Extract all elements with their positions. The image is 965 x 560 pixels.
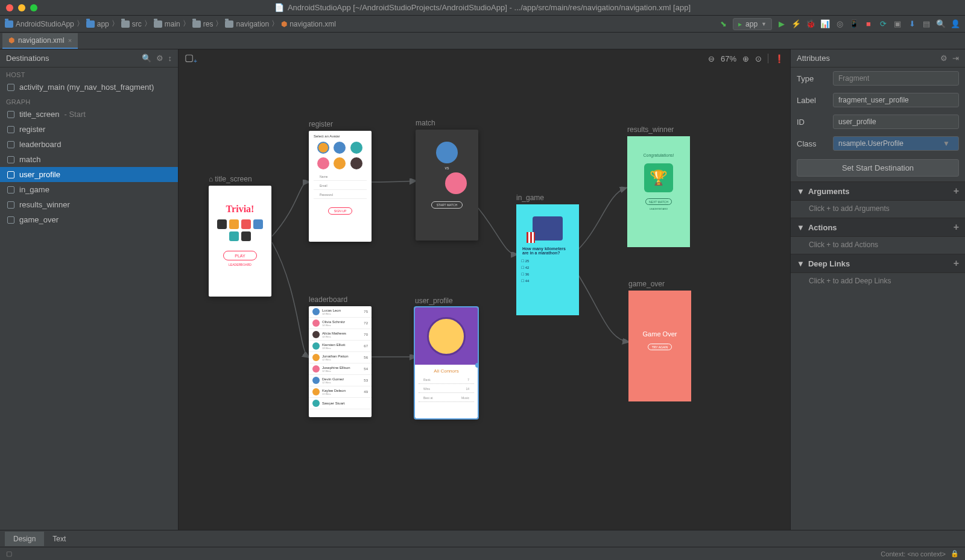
- add-deeplink-icon[interactable]: +: [954, 258, 959, 269]
- label-field[interactable]: [833, 93, 959, 107]
- node-leaderboard[interactable]: leaderboard Lucas Leon14 Wins75Olivia Sc…: [309, 295, 372, 417]
- class-dropdown[interactable]: nsample.UserProfile▼: [833, 136, 959, 151]
- navigation-canvas[interactable]: ▢+ ⊖ 67% ⊕ ⊙ ❗ ⌂title_screen: [179, 49, 790, 530]
- crumb-file[interactable]: ⬢ navigation.xml: [281, 20, 336, 28]
- label-label: Label: [797, 96, 827, 105]
- actions-section[interactable]: ▼Actions+: [791, 218, 965, 237]
- action-handle[interactable]: [475, 363, 478, 368]
- statusbar: ▢ Context: <no context> 🔒: [0, 547, 965, 560]
- zoom-in-icon[interactable]: ⊕: [742, 54, 749, 63]
- navigation-toolbar: AndroidStudioApp〉 app〉 src〉 main〉 res〉 n…: [0, 16, 965, 33]
- add-action-icon[interactable]: +: [954, 222, 959, 233]
- type-label: Type: [797, 74, 827, 83]
- node-register[interactable]: register Select an Avatar Name Email Pas…: [309, 120, 372, 242]
- attributes-panel: Attributes ⚙ ⇥ Type Fragment Label ID Cl…: [790, 49, 965, 530]
- add-argument-icon[interactable]: +: [954, 186, 959, 197]
- device-icon[interactable]: 📱: [849, 19, 859, 29]
- node-in-game[interactable]: in_game How many kilometers are in a mar…: [516, 193, 579, 315]
- node-user-profile[interactable]: user_profile Ali Connors Rank7 Wins14 Be…: [415, 297, 478, 418]
- titlebar: 📄 AndroidStudioApp [~/AndroidStudioProje…: [0, 0, 965, 16]
- crumb-src[interactable]: src: [121, 20, 142, 28]
- text-tab[interactable]: Text: [44, 532, 74, 546]
- destination-item-in_game[interactable]: in_game: [0, 182, 178, 197]
- add-destination-icon[interactable]: ▢+: [185, 52, 197, 64]
- host-item[interactable]: activity_main (my_nav_host_fragment): [0, 80, 178, 95]
- warnings-icon[interactable]: ❗: [774, 54, 784, 63]
- node-game-over[interactable]: game_over Game Over TRY AGAIN: [628, 280, 691, 401]
- sort-icon[interactable]: ↕: [168, 54, 172, 63]
- search-icon[interactable]: 🔍: [936, 19, 946, 29]
- deeplinks-section[interactable]: ▼Deep Links+: [791, 254, 965, 273]
- node-results-winner[interactable]: results_winner Congratulations! NEXT MAT…: [627, 125, 690, 247]
- avatar-icon[interactable]: 👤: [951, 19, 960, 29]
- destinations-title: Destinations: [6, 54, 49, 63]
- attributes-title: Attributes: [797, 54, 830, 63]
- editor-tabs: ⬢navigation.xml×: [0, 33, 965, 49]
- chevron-down-icon: ▼: [797, 259, 805, 268]
- id-label: ID: [797, 118, 827, 127]
- node-match[interactable]: match vs START MATCH: [416, 119, 478, 241]
- chevron-down-icon: ▼: [797, 187, 805, 196]
- crumb-res[interactable]: res: [192, 20, 214, 28]
- host-section-label: HOST: [0, 68, 178, 80]
- chevron-down-icon: ▼: [797, 223, 805, 232]
- file-icon: 📄: [274, 3, 284, 12]
- sync-icon[interactable]: ⟳: [878, 19, 888, 29]
- destination-item-title_screen[interactable]: title_screen - Start: [0, 107, 178, 122]
- close-window-button[interactable]: [6, 4, 13, 11]
- apply-changes-icon[interactable]: ⚡: [791, 19, 801, 29]
- destination-item-match[interactable]: match: [0, 152, 178, 167]
- search-destinations-icon[interactable]: 🔍: [142, 54, 151, 63]
- breadcrumb: AndroidStudioApp〉 app〉 src〉 main〉 res〉 n…: [5, 19, 336, 29]
- class-label: Class: [797, 139, 827, 148]
- zoom-fit-icon[interactable]: ⊙: [755, 54, 762, 63]
- home-icon: ⌂: [209, 175, 213, 183]
- tool-window-icon[interactable]: ▢: [6, 550, 12, 558]
- arguments-section[interactable]: ▼Arguments+: [791, 181, 965, 201]
- node-title-screen[interactable]: ⌂title_screen Trivia! PLAY LEADERBOARD: [209, 175, 271, 297]
- minimize-window-button[interactable]: [18, 4, 25, 11]
- graph-section-label: GRAPH: [0, 95, 178, 107]
- crumb-navigation[interactable]: navigation: [225, 20, 269, 28]
- destination-item-user_profile[interactable]: user_profile: [0, 167, 178, 182]
- destination-item-results_winner[interactable]: results_winner: [0, 197, 178, 212]
- window-title: 📄 AndroidStudioApp [~/AndroidStudioProje…: [274, 3, 691, 12]
- profiler-icon[interactable]: 📊: [820, 19, 830, 29]
- close-tab-icon[interactable]: ×: [68, 37, 72, 44]
- attributes-collapse-icon[interactable]: ⇥: [952, 54, 959, 63]
- run-configuration-dropdown[interactable]: ▸app▼: [733, 18, 772, 30]
- destinations-panel: Destinations 🔍 ⚙ ↕ HOST activity_main (m…: [0, 49, 179, 530]
- id-field[interactable]: [833, 115, 959, 129]
- run-icon[interactable]: ▶: [777, 19, 786, 29]
- crumb-project[interactable]: AndroidStudioApp: [5, 20, 74, 28]
- tab-navigation-xml[interactable]: ⬢navigation.xml×: [2, 33, 78, 49]
- design-tab[interactable]: Design: [5, 532, 44, 546]
- destination-item-game_over[interactable]: game_over: [0, 212, 178, 227]
- avd-manager-icon[interactable]: ▣: [893, 19, 902, 29]
- attach-debugger-icon[interactable]: ◎: [835, 19, 844, 29]
- crumb-main[interactable]: main: [154, 20, 180, 28]
- destination-item-register[interactable]: register: [0, 122, 178, 137]
- structure-icon[interactable]: ▤: [922, 19, 931, 29]
- context-label[interactable]: Context: <no context>: [881, 550, 946, 558]
- settings-icon[interactable]: ⚙: [156, 54, 163, 63]
- maximize-window-button[interactable]: [30, 4, 37, 11]
- type-field: Fragment: [833, 71, 959, 86]
- set-start-destination-button[interactable]: Set Start Destination: [797, 159, 959, 177]
- attributes-settings-icon[interactable]: ⚙: [940, 54, 948, 63]
- stop-icon[interactable]: ■: [864, 19, 873, 29]
- zoom-level: 67%: [721, 54, 736, 63]
- sdk-manager-icon[interactable]: ⬇: [907, 19, 917, 29]
- zoom-out-icon[interactable]: ⊖: [708, 54, 715, 63]
- lock-icon[interactable]: 🔒: [951, 550, 959, 558]
- editor-view-tabs: Design Text: [0, 530, 965, 547]
- build-icon[interactable]: ⬊: [718, 19, 728, 29]
- debug-icon[interactable]: 🐞: [806, 19, 815, 29]
- destination-item-leaderboard[interactable]: leaderboard: [0, 137, 178, 152]
- crumb-app[interactable]: app: [86, 20, 109, 28]
